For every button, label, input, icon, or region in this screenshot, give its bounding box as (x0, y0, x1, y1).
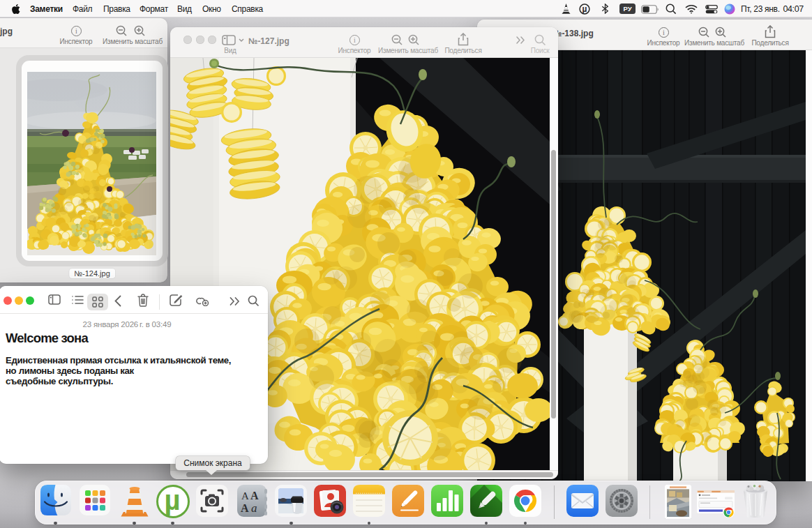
svg-text:a: a (251, 501, 257, 515)
svg-text:A: A (241, 490, 249, 501)
svg-text:µ: µ (164, 485, 180, 515)
svg-text:A: A (250, 490, 259, 501)
svg-text:A: A (241, 502, 249, 514)
svg-text:µ: µ (582, 4, 587, 14)
